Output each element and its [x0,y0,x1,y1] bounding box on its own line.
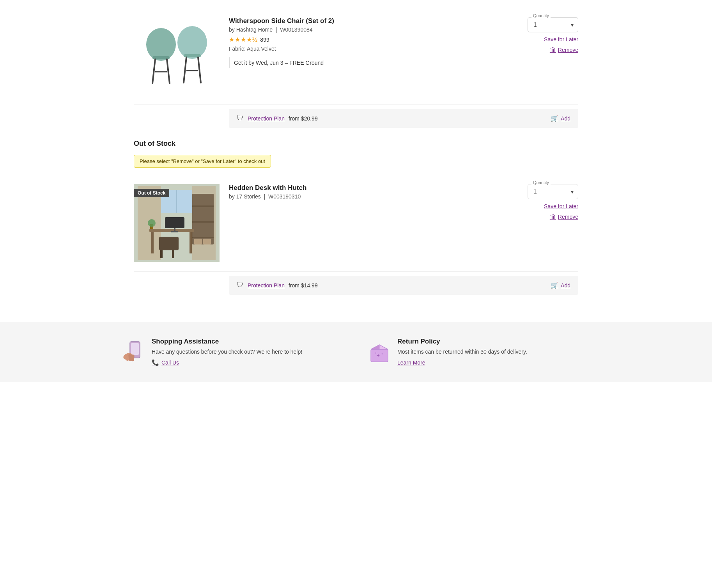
shopping-assistance-content: Shopping Assistance Have any questions b… [152,338,344,366]
shopping-assistance-desc: Have any questions before you check out?… [152,348,344,356]
trash-icon-2: 🗑 [550,213,556,220]
svg-rect-21 [151,232,154,253]
item-image-2: Out of Stock [134,184,220,262]
quantity-label-2: Quantity [531,180,551,185]
return-policy-block: ✦ ✦ ✦ Return Policy Most items can be re… [368,338,590,366]
item-delivery-1: Get it by Wed, Jun 3 – FREE Ground [229,57,508,68]
item-details-2: Hedden Desk with Hutch by 17 Stories | W… [229,184,508,203]
svg-rect-18 [194,239,202,244]
return-policy-desc: Most items can be returned within 30 day… [397,348,590,356]
svg-rect-27 [174,228,175,231]
svg-rect-24 [160,250,163,258]
svg-line-8 [198,57,201,83]
quantity-select-1[interactable]: 1 2 3 4 [528,17,578,32]
svg-point-5 [177,26,207,59]
phone-hand-svg [122,338,145,365]
out-of-stock-section: Out of Stock Please select "Remove" or "… [134,140,578,295]
protection-add-button-1[interactable]: 🛒 Add [551,115,570,122]
stars-1: ★★★★½ [229,36,258,43]
svg-point-30 [148,219,156,227]
item-brand-2: by 17 Stories | W003190310 [229,193,508,200]
quantity-wrapper-1: Quantity 1 2 3 4 ▾ [528,17,578,32]
svg-line-3 [167,59,170,83]
svg-marker-39 [371,345,379,349]
svg-rect-23 [159,237,179,250]
save-for-later-2[interactable]: Save for Later [544,203,578,209]
svg-rect-25 [172,250,174,258]
svg-rect-22 [190,232,192,253]
call-us-link[interactable]: 📞 Call Us [152,359,344,366]
protection-plan-1: 🛡 Protection Plan from $20.99 🛒 Add [229,109,578,128]
shopping-assistance-block: Shopping Assistance Have any questions b… [122,338,344,366]
svg-rect-17 [192,237,214,238]
svg-text:✦: ✦ [381,352,384,356]
protection-left-2: 🛡 Protection Plan from $14.99 [237,281,318,289]
cart-icon-1: 🛒 [551,115,558,122]
svg-line-7 [184,57,186,83]
protection-left-1: 🛡 Protection Plan from $20.99 [237,114,318,122]
remove-button-2[interactable]: 🗑 Remove [550,213,578,220]
item-actions-1: Quantity 1 2 3 4 ▾ Save for Later 🗑 Remo… [508,17,578,53]
shopping-assistance-icon [122,338,145,365]
shopping-assistance-title: Shopping Assistance [152,338,344,345]
shield-icon-1: 🛡 [237,114,244,122]
svg-rect-26 [165,217,184,228]
cart-item-1: Witherspoon Side Chair (Set of 2) by Has… [134,8,578,105]
item-brand-1: by Hashtag Home | W001390084 [229,27,508,33]
quantity-label-1: Quantity [531,13,551,18]
cart-item-2: Out of Stock [134,175,578,272]
quantity-select-2[interactable]: 1 2 3 [528,184,578,199]
protection-plan-link-1[interactable]: Protection Plan [248,115,285,122]
svg-rect-28 [171,231,178,232]
item-actions-2: Quantity 1 2 3 ▾ Save for Later 🗑 Remove [508,184,578,220]
item-fabric-1: Fabric: Aqua Velvet [229,46,508,52]
save-for-later-1[interactable]: Save for Later [544,36,578,43]
svg-point-0 [146,28,176,61]
cart-icon-2: 🛒 [551,282,558,289]
out-of-stock-title: Out of Stock [134,140,578,148]
chair-svg [138,21,216,91]
phone-icon: 📞 [152,359,159,366]
bottom-info-section: Shopping Assistance Have any questions b… [0,322,712,382]
svg-rect-15 [192,205,214,207]
box-svg: ✦ ✦ ✦ [368,338,391,365]
trash-icon-1: 🗑 [550,46,556,53]
item-title-1: Witherspoon Side Chair (Set of 2) [229,17,508,25]
item-rating-1: ★★★★½ 899 [229,36,508,43]
learn-more-link[interactable]: Learn More [397,360,425,366]
item-details-1: Witherspoon Side Chair (Set of 2) by Has… [229,17,508,68]
item-title-2: Hedden Desk with Hutch [229,184,508,192]
protection-add-button-2[interactable]: 🛒 Add [551,282,570,289]
protection-plan-2: 🛡 Protection Plan from $14.99 🛒 Add [229,276,578,295]
return-policy-title: Return Policy [397,338,590,345]
protection-plan-link-2[interactable]: Protection Plan [248,282,285,289]
shield-icon-2: 🛡 [237,281,244,289]
svg-rect-19 [203,239,211,244]
rating-count-1: 899 [260,37,269,43]
out-of-stock-badge: Out of Stock [134,189,169,197]
svg-rect-16 [192,221,214,223]
remove-button-1[interactable]: 🗑 Remove [550,46,578,53]
return-policy-content: Return Policy Most items can be returned… [397,338,590,366]
item-image-1 [134,17,220,95]
svg-rect-32 [131,343,139,355]
quantity-wrapper-2: Quantity 1 2 3 ▾ [528,184,578,199]
return-policy-icon: ✦ ✦ ✦ [368,338,391,365]
svg-line-2 [152,59,155,83]
svg-text:✦: ✦ [375,352,377,354]
warning-banner: Please select "Remove" or "Save for Late… [134,155,271,168]
